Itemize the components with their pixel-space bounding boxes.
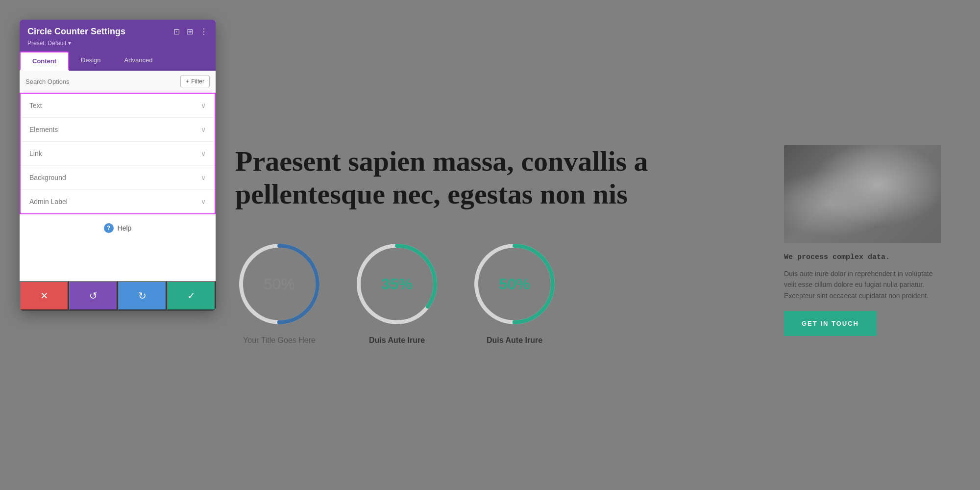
chevron-down-icon-link: ∨	[201, 150, 206, 157]
right-monospace-text: We process complex data.	[784, 253, 941, 261]
chevron-down-icon-text: ∨	[201, 102, 206, 109]
panel-header: Circle Counter Settings ⊡ ⊞ ⋮ Preset: De…	[20, 20, 216, 52]
tab-design[interactable]: Design	[69, 52, 112, 71]
option-link-label: Link	[29, 150, 42, 157]
circle-value-1: 50%	[264, 275, 295, 293]
redo-button[interactable]: ↻	[118, 281, 167, 310]
circle-item-2: 35% Duis Aute Irure	[353, 240, 441, 345]
circle-value-3: 50%	[499, 275, 530, 293]
help-icon: ?	[104, 223, 114, 233]
filter-label: Filter	[191, 78, 204, 85]
columns-icon[interactable]: ⊞	[187, 27, 193, 36]
chevron-down-icon-background: ∨	[201, 174, 206, 181]
filter-button[interactable]: + Filter	[180, 76, 210, 87]
option-text[interactable]: Text ∨	[21, 94, 215, 118]
chevron-down-icon-admin: ∨	[201, 198, 206, 206]
panel-footer: ✕ ↺ ↻ ✓	[20, 281, 216, 310]
circle-container-2: 35%	[353, 240, 441, 328]
tab-advanced[interactable]: Advanced	[113, 52, 165, 71]
expand-icon[interactable]: ⊡	[173, 27, 180, 36]
circle-container-3: 50%	[470, 240, 559, 328]
option-elements-label: Elements	[29, 126, 58, 133]
panel-tabs: Content Design Advanced	[20, 52, 216, 71]
chevron-down-icon-elements: ∨	[201, 126, 206, 133]
panel-title: Circle Counter Settings	[27, 26, 125, 37]
more-icon[interactable]: ⋮	[200, 27, 208, 36]
circles-row: 50% Your Title Goes Here 35% Duis Aute I…	[235, 240, 745, 345]
panel-title-row: Circle Counter Settings ⊡ ⊞ ⋮	[27, 26, 208, 37]
right-image	[784, 145, 941, 243]
circle-item-3: 50% Duis Aute Irure	[470, 240, 559, 345]
settings-panel: Circle Counter Settings ⊡ ⊞ ⋮ Preset: De…	[20, 20, 216, 310]
circle-container-1: 50%	[235, 240, 323, 328]
circle-label-2: Duis Aute Irure	[369, 336, 425, 345]
circle-label-3: Duis Aute Irure	[487, 336, 542, 345]
undo-button[interactable]: ↺	[69, 281, 118, 310]
main-heading: Praesent sapien massa, convallis a pelle…	[235, 145, 745, 210]
option-background-label: Background	[29, 174, 66, 181]
panel-preset[interactable]: Preset: Default ▾	[27, 40, 208, 47]
panel-header-icons: ⊡ ⊞ ⋮	[173, 27, 208, 36]
content-left: Praesent sapien massa, convallis a pelle…	[235, 145, 745, 345]
help-row: ? Help	[20, 214, 216, 242]
tab-content[interactable]: Content	[20, 52, 69, 71]
option-text-label: Text	[29, 102, 42, 109]
search-input[interactable]	[25, 78, 176, 85]
circle-value-2: 35%	[381, 275, 413, 293]
option-link[interactable]: Link ∨	[21, 142, 215, 166]
help-label[interactable]: Help	[118, 224, 132, 232]
get-in-touch-button[interactable]: GET IN TOUCH	[784, 311, 877, 336]
save-button[interactable]: ✓	[167, 281, 216, 310]
content-right: We process complex data. Duis aute irure…	[784, 145, 941, 336]
photo-background	[784, 145, 941, 243]
option-background[interactable]: Background ∨	[21, 166, 215, 190]
option-admin-label[interactable]: Admin Label ∨	[21, 190, 215, 213]
cancel-button[interactable]: ✕	[20, 281, 69, 310]
option-admin-label-label: Admin Label	[29, 198, 68, 206]
spacer-area	[20, 242, 216, 281]
plus-icon: +	[186, 78, 189, 85]
circle-label-1: Your Title Goes Here	[243, 336, 316, 345]
options-list: Text ∨ Elements ∨ Link ∨ Background ∨ Ad…	[20, 93, 216, 214]
right-body-text: Duis aute irure dolor in reprehenderit i…	[784, 268, 941, 301]
option-elements[interactable]: Elements ∨	[21, 118, 215, 142]
search-row: + Filter	[20, 71, 216, 93]
circle-item-1: 50% Your Title Goes Here	[235, 240, 323, 345]
